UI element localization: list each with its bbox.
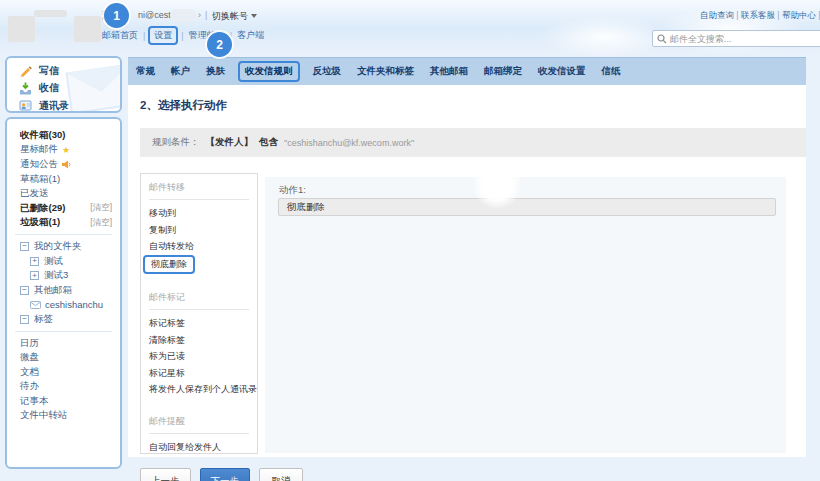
tree-folder-test[interactable]: 测试: [7, 254, 120, 269]
envelope-icon: [30, 301, 41, 309]
sidebar-actions-panel: 写信 收信 通讯录: [5, 56, 122, 113]
previous-step-button[interactable]: 上一步: [140, 468, 191, 481]
quick-links: 自助查询联系客服帮助中心退出: [700, 10, 820, 22]
group-header-mail-mark: 邮件标记: [149, 288, 257, 309]
tree-labels[interactable]: 标签: [7, 312, 120, 327]
folder-announcements[interactable]: 通知公告: [7, 157, 120, 172]
tab-mailbox-binding[interactable]: 邮箱绑定: [484, 65, 522, 78]
app-notes[interactable]: 记事本: [7, 394, 120, 409]
chevron-down-icon: [251, 14, 257, 18]
rule-field: 【发件人】: [206, 136, 254, 149]
empty-folder-link[interactable]: [清空]: [90, 202, 112, 214]
redacted-email-blur: [170, 9, 196, 22]
action-permanently-delete[interactable]: 彻底删除: [149, 255, 257, 272]
action-type-list: 邮件转移 移动到 复制到 自动转发给 彻底删除 邮件标记 标记标签 清除标签 标…: [140, 173, 258, 454]
collapse-icon[interactable]: [20, 286, 29, 295]
compose-button[interactable]: 写信: [7, 62, 120, 80]
wizard-footer: 上一步 下一步 取消: [140, 468, 303, 481]
expander-arrow: ›: [198, 10, 201, 20]
folder-starred[interactable]: 星标邮件★: [7, 143, 120, 158]
action-clear-label[interactable]: 清除标签: [149, 332, 257, 349]
action-copy-to[interactable]: 复制到: [149, 222, 257, 239]
link-help-center[interactable]: 帮助中心: [782, 10, 820, 20]
account-email: ni@cest: [138, 10, 171, 20]
nav-settings[interactable]: 设置: [148, 26, 178, 45]
cloud-decoration: [540, 16, 670, 58]
tab-antispam[interactable]: 反垃圾: [313, 65, 342, 78]
collapse-icon[interactable]: [20, 242, 29, 251]
group-header-mail-remind: 邮件提醒: [149, 412, 257, 433]
tree-other-mailboxes[interactable]: 其他邮箱: [7, 283, 120, 298]
redacted-text-blur: [34, 10, 67, 17]
group-header-mail-move: 邮件转移: [149, 178, 257, 199]
nav-mail-home[interactable]: 邮箱首页: [102, 29, 138, 42]
action-move-to[interactable]: 移动到: [149, 205, 257, 222]
nav-client[interactable]: 客户端: [237, 29, 264, 42]
collapse-icon[interactable]: [20, 315, 29, 324]
receive-mail-icon: [19, 82, 32, 95]
action-1-value-field[interactable]: 彻底删除: [278, 198, 776, 216]
contacts-button[interactable]: 通讯录: [7, 97, 120, 113]
search-icon: [657, 34, 667, 44]
expand-icon[interactable]: [30, 271, 39, 280]
receive-mail-button[interactable]: 收信: [7, 80, 120, 98]
tab-other-mailboxes[interactable]: 其他邮箱: [430, 65, 468, 78]
divider: [149, 433, 249, 434]
cancel-button[interactable]: 取消: [259, 468, 303, 481]
action-auto-forward[interactable]: 自动转发给: [149, 238, 257, 255]
action-mark-read[interactable]: 标为已读: [149, 348, 257, 365]
tab-stationery[interactable]: 信纸: [602, 65, 621, 78]
rule-operator: 包含: [259, 136, 278, 149]
redacted-logo-block: [74, 16, 101, 42]
sidebar-folders-panel: 收件箱(30) 星标邮件★ 通知公告 草稿箱(1) 已发送 已删除(29)[清空…: [5, 117, 122, 469]
empty-folder-link[interactable]: [清空]: [90, 217, 112, 229]
tree-account-ceshishanchu[interactable]: ceshishanchu: [7, 298, 120, 313]
settings-tabbar: 常规 帐户 换肤 收发信规则 反垃圾 文件夹和标签 其他邮箱 邮箱绑定 收发信设…: [128, 57, 806, 85]
link-self-service[interactable]: 自助查询: [700, 10, 741, 20]
divider: [15, 234, 112, 235]
folder-drafts[interactable]: 草稿箱(1): [7, 172, 120, 187]
header-nav: 邮箱首页 | 设置 | 管理邮箱 | 客户端: [102, 27, 264, 44]
app-todo[interactable]: 待办: [7, 380, 120, 395]
action-save-sender[interactable]: 将发件人保存到个人通讯录: [149, 381, 257, 398]
tab-account[interactable]: 帐户: [171, 65, 190, 78]
redacted-blur-spot: [473, 161, 521, 209]
separator: |: [205, 10, 207, 20]
tab-general[interactable]: 常规: [136, 65, 155, 78]
tab-mail-rules[interactable]: 收发信规则: [238, 61, 300, 82]
pencil-icon: [19, 64, 32, 77]
annotation-step-2: 2: [207, 32, 232, 57]
page-title: 2、选择执行动作: [140, 98, 227, 113]
divider: [149, 309, 249, 310]
link-contact-support[interactable]: 联系客服: [741, 10, 782, 20]
folder-deleted[interactable]: 已删除(29)[清空]: [7, 201, 120, 216]
rule-label: 规则条件：: [152, 136, 200, 149]
tree-folder-test3[interactable]: 测试3: [7, 268, 120, 283]
tab-send-receive[interactable]: 收发信设置: [538, 65, 586, 78]
mail-search-box: [652, 30, 820, 47]
folder-spam[interactable]: 垃圾箱(1)[清空]: [7, 216, 120, 231]
annotation-step-1: 1: [104, 3, 129, 28]
main-content: 2、选择执行动作 规则条件： 【发件人】 包含 "ceshishanchu@kf…: [128, 85, 806, 457]
next-step-button[interactable]: 下一步: [200, 468, 251, 481]
app-file-transfer[interactable]: 文件中转站: [7, 409, 120, 424]
tree-my-folders[interactable]: 我的文件夹: [7, 239, 120, 254]
app-drive[interactable]: 微盘: [7, 350, 120, 365]
action-mark-star[interactable]: 标记星标: [149, 365, 257, 382]
folder-inbox[interactable]: 收件箱(30): [7, 128, 120, 143]
action-add-label[interactable]: 标记标签: [149, 315, 257, 332]
speaker-icon: [62, 160, 72, 169]
folder-sent[interactable]: 已发送: [7, 186, 120, 201]
action-detail-panel: 动作1: 彻底删除: [265, 177, 786, 453]
switch-account-link[interactable]: 切换帐号: [212, 10, 257, 23]
app-calendar[interactable]: 日历: [7, 336, 120, 351]
tab-folders-labels[interactable]: 文件夹和标签: [357, 65, 414, 78]
action-auto-reply[interactable]: 自动回复给发件人: [149, 439, 257, 456]
search-input[interactable]: [667, 34, 820, 44]
tab-skin[interactable]: 换肤: [206, 65, 225, 78]
app-docs[interactable]: 文档: [7, 365, 120, 380]
star-icon: ★: [62, 145, 70, 155]
divider: [149, 199, 249, 200]
rule-condition-bar: 规则条件： 【发件人】 包含 "ceshishanchu@kf.wecom.wo…: [140, 128, 806, 157]
expand-icon[interactable]: [30, 257, 39, 266]
